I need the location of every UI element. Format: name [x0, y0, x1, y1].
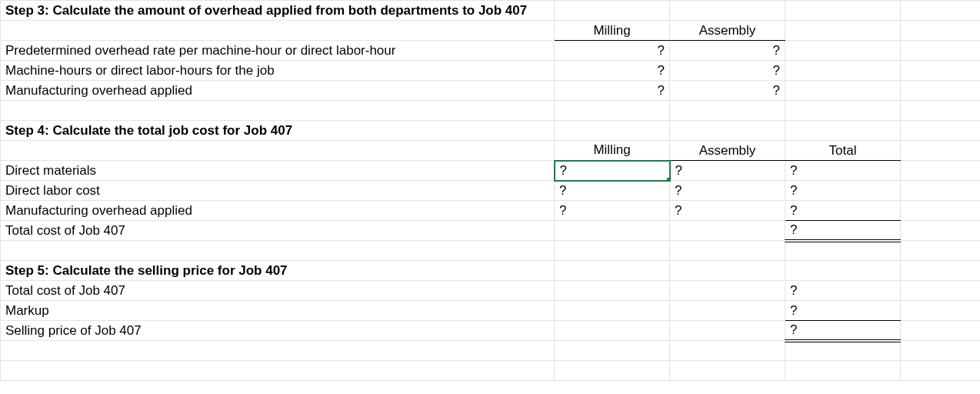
- cell-value[interactable]: ?: [555, 201, 670, 221]
- table-row: Step 5: Calculate the selling price for …: [1, 261, 981, 281]
- cell-value[interactable]: ?: [785, 301, 901, 321]
- table-row: [1, 361, 981, 381]
- cell[interactable]: [901, 281, 981, 301]
- cell-total[interactable]: ?: [785, 321, 901, 341]
- cell[interactable]: [901, 101, 981, 121]
- cell[interactable]: [785, 101, 901, 121]
- cell[interactable]: [785, 1, 901, 21]
- cell-value[interactable]: ?: [670, 81, 785, 101]
- row-label: Total cost of Job 407: [1, 221, 555, 241]
- cell-value[interactable]: ?: [670, 201, 785, 221]
- cell[interactable]: [1, 141, 555, 161]
- cell[interactable]: [670, 361, 785, 381]
- cell[interactable]: [785, 341, 901, 361]
- cell[interactable]: [901, 1, 981, 21]
- selected-cell[interactable]: ?: [555, 161, 670, 181]
- cell-value[interactable]: ?: [555, 41, 670, 61]
- cell[interactable]: [1, 341, 555, 361]
- row-label: Manufacturing overhead applied: [1, 201, 555, 221]
- table-row: Manufacturing overhead applied ? ?: [1, 81, 981, 101]
- cell[interactable]: [901, 21, 981, 41]
- step3-header-assembly: Assembly: [670, 21, 785, 41]
- cell[interactable]: [785, 61, 901, 81]
- cell[interactable]: [1, 101, 555, 121]
- cell[interactable]: [670, 341, 785, 361]
- cell[interactable]: [901, 341, 981, 361]
- cell-total[interactable]: ?: [785, 221, 901, 241]
- cell[interactable]: [785, 81, 901, 101]
- table-row: Manufacturing overhead applied ? ? ?: [1, 201, 981, 221]
- row-label: Markup: [1, 301, 555, 321]
- cell[interactable]: [901, 361, 981, 381]
- cell[interactable]: [785, 121, 901, 141]
- table-row: Machine-hours or direct labor-hours for …: [1, 61, 981, 81]
- cell[interactable]: [901, 201, 981, 221]
- step3-header-milling: Milling: [555, 21, 670, 41]
- cell-value[interactable]: ?: [670, 161, 785, 181]
- cell-value[interactable]: ?: [670, 61, 785, 81]
- cell[interactable]: [901, 221, 981, 241]
- cell[interactable]: [901, 181, 981, 201]
- row-label: Manufacturing overhead applied: [1, 81, 555, 101]
- table-row: [1, 101, 981, 121]
- cell-value[interactable]: ?: [785, 181, 901, 201]
- cell-value[interactable]: ?: [670, 181, 785, 201]
- cell[interactable]: [901, 261, 981, 281]
- cell[interactable]: [901, 121, 981, 141]
- cell-value[interactable]: ?: [555, 81, 670, 101]
- cell-value[interactable]: ?: [555, 61, 670, 81]
- cell[interactable]: [785, 241, 901, 261]
- cell[interactable]: [555, 361, 670, 381]
- cell[interactable]: [555, 121, 670, 141]
- table-row: Selling price of Job 407 ?: [1, 321, 981, 341]
- cell[interactable]: [901, 161, 981, 181]
- cell[interactable]: [670, 1, 785, 21]
- step4-header-total: Total: [785, 141, 901, 161]
- cell[interactable]: [901, 61, 981, 81]
- cell[interactable]: [901, 41, 981, 61]
- cell[interactable]: [785, 361, 901, 381]
- table-row: [1, 241, 981, 261]
- table-row: Total cost of Job 407 ?: [1, 281, 981, 301]
- cell[interactable]: [670, 101, 785, 121]
- cell[interactable]: [670, 241, 785, 261]
- table-row: Direct labor cost ? ? ?: [1, 181, 981, 201]
- cell[interactable]: [670, 261, 785, 281]
- cell[interactable]: [555, 301, 670, 321]
- step5-title: Step 5: Calculate the selling price for …: [1, 261, 555, 281]
- table-row: Step 3: Calculate the amount of overhead…: [1, 1, 981, 21]
- cell[interactable]: [785, 21, 901, 41]
- cell-value[interactable]: ?: [785, 201, 901, 221]
- cell[interactable]: [555, 101, 670, 121]
- cell-value[interactable]: ?: [555, 181, 670, 201]
- cell[interactable]: [785, 41, 901, 61]
- cell[interactable]: [901, 141, 981, 161]
- cell[interactable]: [670, 301, 785, 321]
- cell[interactable]: [785, 261, 901, 281]
- cell[interactable]: [670, 281, 785, 301]
- cell[interactable]: [555, 221, 670, 241]
- cell-value[interactable]: ?: [785, 161, 901, 181]
- spreadsheet-grid[interactable]: Step 3: Calculate the amount of overhead…: [0, 0, 980, 381]
- table-row: Markup ?: [1, 301, 981, 321]
- step4-header-assembly: Assembly: [670, 141, 785, 161]
- cell[interactable]: [670, 221, 785, 241]
- cell[interactable]: [670, 321, 785, 341]
- cell[interactable]: [555, 321, 670, 341]
- table-row: Milling Assembly: [1, 21, 981, 41]
- cell[interactable]: [901, 301, 981, 321]
- cell[interactable]: [1, 361, 555, 381]
- cell[interactable]: [670, 121, 785, 141]
- cell[interactable]: [555, 1, 670, 21]
- cell[interactable]: [555, 241, 670, 261]
- cell[interactable]: [901, 321, 981, 341]
- cell-value[interactable]: ?: [785, 281, 901, 301]
- cell[interactable]: [901, 241, 981, 261]
- cell[interactable]: [901, 81, 981, 101]
- cell[interactable]: [555, 261, 670, 281]
- cell-value[interactable]: ?: [670, 41, 785, 61]
- cell[interactable]: [1, 241, 555, 261]
- cell[interactable]: [1, 21, 555, 41]
- cell[interactable]: [555, 281, 670, 301]
- cell[interactable]: [555, 341, 670, 361]
